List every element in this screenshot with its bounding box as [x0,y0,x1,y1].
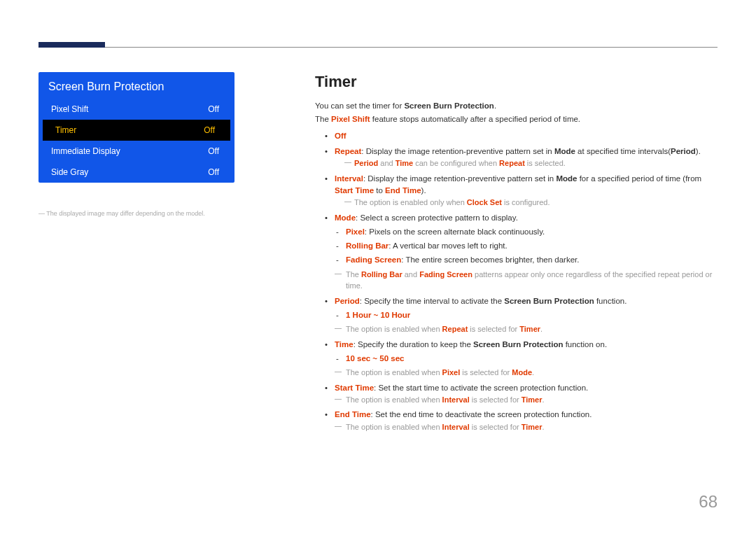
bullet-start-time: Start Time: Set the start time to activa… [315,382,718,406]
sub-fading-screen: Fading Screen: The entire screen becomes… [335,254,718,266]
note-period: The option is enabled when Repeat is sel… [335,323,718,335]
bullet-time: Time: Specify the duration to keep the S… [315,339,718,379]
sub-time-range: 10 sec ~ 50 sec [335,353,718,365]
page-number: 68 [699,492,718,512]
bullet-off: Off [315,130,718,142]
sub-rolling-bar: Rolling Bar: A vertical bar moves left t… [335,240,718,252]
note-end-time: The option is enabled when Interval is s… [335,421,718,433]
model-disclaimer: ― The displayed image may differ dependi… [38,210,234,217]
note-start-time: The option is enabled when Interval is s… [335,394,718,406]
bullet-interval: Interval: Display the image retention-pr… [315,173,718,209]
menu-item-timer[interactable]: TimerOff [43,120,230,141]
menu-item-value: Off [208,146,219,156]
sub-period-range: 1 Hour ~ 10 Hour [335,309,718,321]
note-interval: The option is enabled only when Clock Se… [335,197,718,209]
menu-item-label: Timer [55,125,76,135]
note-repeat: Period and Time can be configured when R… [335,157,718,169]
menu-item-value: Off [204,125,215,135]
content-area: Timer You can set the timer for Screen B… [315,70,718,436]
menu-item-label: Immediate Display [51,146,120,156]
menu-item-label: Side Gray [51,167,88,177]
menu-item-immediate-display[interactable]: Immediate DisplayOff [38,141,234,162]
note-time: The option is enabled when Pixel is sele… [335,367,718,379]
menu-item-side-gray[interactable]: Side GrayOff [38,162,234,183]
bullet-mode: Mode: Select a screen protective pattern… [315,212,718,292]
sub-pixel: Pixel: Pixels on the screen alternate bl… [335,226,718,238]
menu-item-pixel-shift[interactable]: Pixel ShiftOff [38,99,234,120]
intro-line-2: The Pixel Shift feature stops automatica… [315,113,718,125]
menu-title: Screen Burn Protection [38,72,234,99]
bullet-end-time: End Time: Set the end time to deactivate… [315,409,718,433]
section-heading: Timer [315,70,718,93]
note-mode: The Rolling Bar and Fading Screen patter… [335,269,718,292]
settings-menu: Screen Burn Protection Pixel ShiftOffTim… [38,72,234,183]
header-divider [105,47,718,48]
menu-item-value: Off [208,167,219,177]
menu-item-value: Off [208,104,219,114]
bullet-period: Period: Specify the time interval to act… [315,295,718,335]
header-accent [38,42,105,48]
intro-line-1: You can set the timer for Screen Burn Pr… [315,100,718,112]
bullet-repeat: Repeat: Display the image retention-prev… [315,146,718,169]
menu-item-label: Pixel Shift [51,104,88,114]
